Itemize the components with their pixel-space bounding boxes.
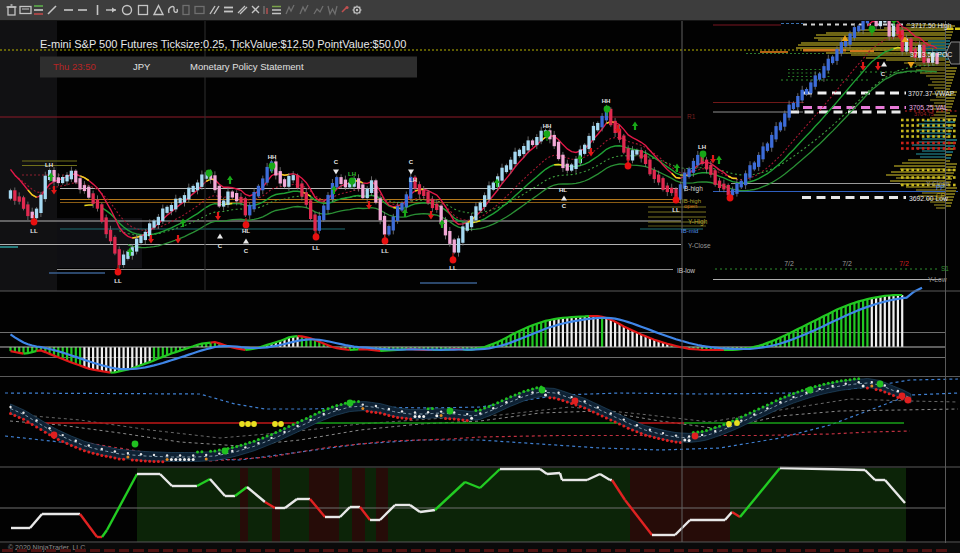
svg-text:LL: LL [381,248,389,254]
svg-text:LH: LH [45,162,53,168]
svg-text:HH: HH [268,154,277,160]
svg-text:PP: PP [936,184,945,191]
svg-text:R1: R1 [687,113,696,120]
svg-text:3717.50 High: 3717.50 High [911,22,952,30]
svg-text:E-mini S&P 500 Futures Ticksiz: E-mini S&P 500 Futures Ticksize:0.25, Ti… [40,38,406,50]
svg-text:Y-High: Y-High [688,218,708,226]
svg-text:HL: HL [242,228,250,234]
svg-text:LL: LL [312,245,320,251]
svg-text:open: open [684,203,697,209]
svg-text:Y-Close: Y-Close [688,242,711,249]
svg-text:C: C [409,159,414,165]
svg-text:7/2: 7/2 [899,260,909,267]
svg-text:Y-Low: Y-Low [928,276,947,283]
svg-text:C: C [218,243,223,249]
svg-text:C: C [562,203,567,209]
svg-text:LL: LL [672,207,680,213]
svg-text:3704.75: 3704.75 [914,111,934,117]
svg-text:LL: LL [449,265,457,271]
svg-text:LH: LH [348,171,356,177]
svg-text:LL: LL [30,228,38,234]
svg-text:HL: HL [559,187,567,193]
svg-text:Thu 23:50: Thu 23:50 [53,61,96,72]
svg-text:3705.25 VAL: 3705.25 VAL [909,104,948,111]
svg-text:7/2: 7/2 [784,260,794,267]
svg-text:7/2: 7/2 [842,260,852,267]
svg-text:JPY: JPY [133,61,151,72]
svg-text:LH: LH [409,177,417,183]
svg-text:HH: HH [543,123,552,129]
svg-text:Monetary Policy Statement: Monetary Policy Statement [190,61,304,72]
svg-text:LL: LL [114,278,122,284]
svg-text:S1: S1 [941,265,949,272]
svg-text:HH: HH [602,98,611,104]
svg-text:C: C [881,71,886,77]
svg-text:C: C [244,248,249,254]
svg-text:C: C [334,159,339,165]
svg-text:3707.37 VWAP: 3707.37 VWAP [908,90,955,97]
svg-text:IB-low: IB-low [677,267,695,274]
svg-text:IB-mid: IB-mid [681,228,698,234]
svg-text:3713.50 POC: 3713.50 POC [910,51,952,58]
svg-text:CP: CP [936,192,945,199]
svg-text:B-high: B-high [684,185,703,193]
svg-text:LH: LH [698,144,706,150]
